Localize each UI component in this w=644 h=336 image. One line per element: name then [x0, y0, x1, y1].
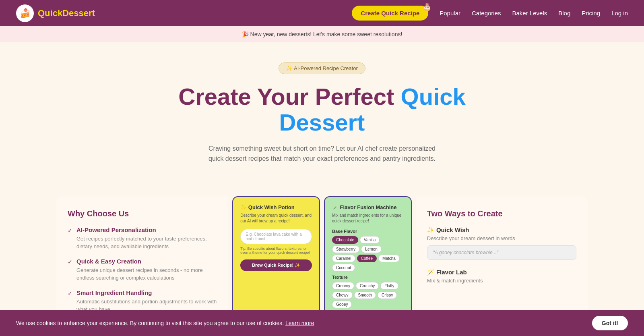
logo-emoji: 🍰 — [20, 8, 31, 19]
mockup-left-btn[interactable]: Brew Quick Recipe! ✨ — [240, 259, 312, 271]
tag-crunchy[interactable]: Crunchy — [356, 282, 379, 290]
tag-fluffy[interactable]: Fluffy — [380, 282, 398, 290]
hero-title-part3: Dessert — [279, 109, 365, 135]
hero-title-blue: Quick — [401, 83, 466, 110]
hero-title-part1: Create Your Perfect — [178, 83, 400, 110]
nav-pricing[interactable]: Pricing — [582, 10, 600, 17]
nav-baker-levels[interactable]: Baker Levels — [512, 10, 547, 17]
cookie-learn-more[interactable]: Learn more — [285, 320, 314, 326]
why-item-3: ✓ Smart Ingredient Handling Automatic su… — [68, 289, 217, 313]
why-item-desc-1: Get recipes perfectly matched to your ta… — [76, 235, 217, 251]
cta-button[interactable]: Create Quick Recipe 🎂 — [352, 6, 428, 21]
base-flavor-label: Base Flavor — [332, 229, 404, 234]
way-quick-wish-desc: Describe your dream dessert in words — [427, 235, 576, 241]
hero-subtitle: Craving something sweet but short on tim… — [201, 143, 443, 164]
why-item-title-2: Quick & Easy Creation — [76, 258, 217, 265]
ai-badge: ✨ AI-Powered Recipe Creator — [279, 62, 365, 74]
banner-emoji: 🎉 — [242, 31, 249, 37]
cta-label: Create Quick Recipe — [361, 10, 419, 17]
tag-lemon[interactable]: Lemon — [361, 245, 382, 253]
why-item-title-3: Smart Ingredient Handling — [76, 289, 217, 296]
nav-categories[interactable]: Categories — [472, 10, 501, 17]
tag-strawberry[interactable]: Strawberry — [332, 245, 359, 253]
tag-vanilla[interactable]: Vanilla — [360, 236, 380, 244]
tag-chocolate[interactable]: Chocolate — [332, 236, 358, 244]
mockup-left-input[interactable]: E.g. Chocolate lava cake with a hint of … — [240, 229, 312, 244]
nav-blog[interactable]: Blog — [558, 10, 570, 17]
mockup-left-tip: Tip: Be specific about flavors, textures… — [240, 247, 312, 255]
mockup-left-subtitle: Describe your dream quick dessert, and o… — [240, 213, 312, 224]
logo-highlight: Dessert — [62, 8, 95, 18]
cookie-text: We use cookies to enhance your experienc… — [16, 320, 580, 326]
two-ways-col: Two Ways to Create ✨ Quick Wish Describe… — [416, 196, 588, 325]
check-icon-1: ✓ — [68, 227, 72, 251]
base-flavor-tags: Chocolate Vanilla Strawberry Lemon Caram… — [332, 236, 404, 272]
logo-text: QuickDessert — [38, 8, 95, 19]
way-flavor-lab: 🪄 Flavor Lab Mix & match ingredients — [427, 269, 576, 284]
tag-creamy[interactable]: Creamy — [332, 282, 354, 290]
hero-section: ✨ AI-Powered Recipe Creator Create Your … — [0, 42, 644, 196]
way-flavor-lab-desc: Mix & match ingredients — [427, 278, 576, 284]
cookie-banner: We use cookies to enhance your experienc… — [0, 310, 644, 336]
way-quick-wish-icon: ✨ — [427, 226, 435, 233]
nav-login[interactable]: Log in — [611, 10, 628, 17]
tag-gooey[interactable]: Gooey — [332, 301, 352, 308]
why-item-desc-2: Generate unique dessert recipes in secon… — [76, 266, 217, 282]
hero-title: Create Your Perfect Quick Dessert — [16, 84, 628, 135]
tag-matcha[interactable]: Matcha — [378, 255, 400, 262]
check-icon-2: ✓ — [68, 259, 72, 282]
way-quick-wish: ✨ Quick Wish Describe your dream dessert… — [427, 226, 576, 260]
announcement-banner: 🎉 New year, new desserts! Let's make som… — [0, 26, 644, 42]
why-item-title-1: AI-Powered Personalization — [76, 226, 217, 233]
two-ways-title: Two Ways to Create — [427, 209, 576, 218]
logo-icon: 🍰 — [16, 4, 34, 22]
mockup-quick-wish: ✨ Quick Wish Potion Describe your dream … — [232, 196, 320, 317]
logo-area: 🍰 QuickDessert — [16, 4, 95, 22]
banner-text: New year, new desserts! Let's make some … — [250, 31, 402, 37]
nav-popular[interactable]: Popular — [440, 10, 460, 17]
tag-coconut[interactable]: Coconut — [332, 264, 355, 272]
way-quick-wish-label: Quick Wish — [436, 226, 469, 233]
why-item-2: ✓ Quick & Easy Creation Generate unique … — [68, 258, 217, 282]
mockup-right-subtitle: Mix and match ingredients for a unique q… — [332, 213, 404, 224]
navbar: 🍰 QuickDessert Create Quick Recipe 🎂 Pop… — [0, 0, 644, 26]
mockup-right-title: 🪄 Flavor Fusion Machine — [332, 204, 404, 210]
nav-right: Create Quick Recipe 🎂 Popular Categories… — [352, 6, 628, 21]
mockup-left-title: ✨ Quick Wish Potion — [240, 204, 312, 210]
tag-coffee[interactable]: Coffee — [357, 255, 377, 262]
why-item-1: ✓ AI-Powered Personalization Get recipes… — [68, 226, 217, 251]
way-quick-wish-input[interactable]: "A gooey chocolate brownie..." — [427, 245, 576, 260]
texture-tags: Creamy Crunchy Fluffy Chewy Smooth Crisp… — [332, 282, 404, 308]
texture-label: Texture — [332, 275, 404, 280]
way-flavor-lab-title: 🪄 Flavor Lab — [427, 269, 576, 276]
cta-cake-emoji: 🎂 — [423, 2, 431, 11]
cookie-message: We use cookies to enhance your experienc… — [16, 320, 284, 326]
tag-caramel[interactable]: Caramel — [332, 255, 355, 262]
why-title: Why Choose Us — [68, 209, 217, 218]
way-quick-wish-title: ✨ Quick Wish — [427, 226, 576, 234]
way-flavor-lab-icon: 🪄 — [427, 269, 435, 276]
tag-smooth[interactable]: Smooth — [354, 291, 376, 299]
tag-chewy[interactable]: Chewy — [332, 291, 353, 299]
cookie-accept-button[interactable]: Got it! — [592, 316, 628, 330]
way-flavor-lab-label: Flavor Lab — [436, 269, 467, 276]
logo-normal: Quick — [38, 8, 62, 18]
tag-crispy[interactable]: Crispy — [378, 291, 397, 299]
